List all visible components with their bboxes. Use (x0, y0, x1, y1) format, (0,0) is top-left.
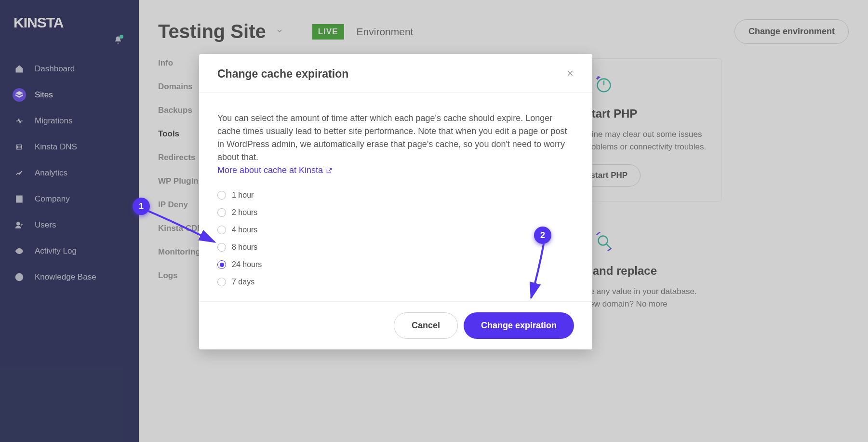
site-switcher-toggle[interactable] (276, 27, 283, 37)
radio-icon (217, 260, 226, 269)
modal-close-button[interactable] (566, 68, 574, 80)
sidebar-item-analytics[interactable]: Analytics (0, 160, 139, 186)
annotation-arrow-2 (524, 241, 553, 304)
users-icon (15, 221, 24, 229)
eye-icon (15, 247, 24, 255)
radio-option-8-hours[interactable]: 8 hours (217, 241, 574, 253)
radio-icon (217, 191, 226, 200)
dns-icon (15, 143, 24, 151)
sidebar-item-knowledge-base[interactable]: Knowledge Base (0, 264, 139, 290)
modal-link-label: More about cache at Kinsta (217, 164, 323, 177)
sidebar-item-activity-log[interactable]: Activity Log (0, 238, 139, 264)
annotation-arrow-1 (145, 207, 222, 251)
sidebar-item-label: Migrations (35, 116, 72, 126)
sidebar-item-label: Kinsta DNS (35, 142, 77, 152)
sidebar-item-label: Analytics (35, 168, 67, 178)
cache-expiration-options: 1 hour 2 hours 4 hours 8 hours 24 hours … (217, 189, 574, 288)
notification-dot-icon (120, 35, 123, 39)
building-icon (15, 195, 24, 203)
sidebar-item-sites[interactable]: Sites (0, 82, 139, 108)
radio-option-1-hour[interactable]: 1 hour (217, 189, 574, 201)
radio-option-24-hours[interactable]: 24 hours (217, 259, 574, 270)
sidebar-item-dashboard[interactable]: Dashboard (0, 56, 139, 82)
env-label: Environment (357, 26, 414, 38)
sidebar-item-company[interactable]: Company (0, 186, 139, 212)
migration-icon (15, 117, 24, 125)
sidebar-item-label: Company (35, 194, 70, 204)
sidebar-item-label: Users (35, 220, 56, 230)
sidebar-item-dns[interactable]: Kinsta DNS (0, 134, 139, 160)
svg-point-1 (17, 222, 20, 225)
radio-option-4-hours[interactable]: 4 hours (217, 224, 574, 236)
layers-icon (15, 91, 24, 99)
radio-label: 24 hours (232, 259, 262, 270)
modal-title: Change cache expiration (217, 67, 348, 80)
chevron-down-icon (276, 27, 283, 35)
sidebar-item-users[interactable]: Users (0, 212, 139, 238)
svg-rect-0 (16, 196, 22, 202)
annotation-callout-2: 2 (534, 227, 551, 244)
modal-description: You can select the amount of time after … (217, 113, 567, 162)
analytics-icon (15, 169, 24, 177)
notifications-button[interactable] (0, 36, 139, 56)
help-icon (15, 273, 24, 281)
change-environment-button[interactable]: Change environment (734, 19, 849, 44)
brand-logo: KINSTA (0, 10, 139, 36)
radio-label: 2 hours (232, 207, 257, 218)
page-header: Testing Site LIVE Environment Change env… (158, 19, 849, 44)
sidebar-item-label: Knowledge Base (35, 272, 96, 282)
radio-option-7-days[interactable]: 7 days (217, 276, 574, 288)
change-expiration-button[interactable]: Change expiration (464, 312, 574, 339)
sidebar-item-label: Sites (35, 90, 53, 100)
live-badge: LIVE (312, 24, 344, 40)
radio-label: 1 hour (232, 189, 254, 201)
radio-icon (217, 278, 226, 286)
sidebar-item-label: Dashboard (35, 64, 75, 74)
radio-option-2-hours[interactable]: 2 hours (217, 207, 574, 218)
modal-learn-more-link[interactable]: More about cache at Kinsta (217, 164, 333, 177)
external-link-icon (326, 167, 333, 174)
sidebar-item-migrations[interactable]: Migrations (0, 108, 139, 134)
radio-label: 4 hours (232, 224, 257, 236)
annotation-callout-1: 1 (133, 198, 150, 215)
svg-point-5 (599, 236, 608, 245)
change-cache-expiration-modal: Change cache expiration You can select t… (199, 54, 592, 349)
home-icon (15, 65, 24, 73)
radio-label: 7 days (232, 276, 254, 288)
sidebar: KINSTA Dashboard Sites Migrations Kinsta… (0, 0, 139, 442)
close-icon (566, 69, 574, 77)
sidebar-item-label: Activity Log (35, 246, 77, 256)
site-title: Testing Site (158, 21, 266, 42)
radio-label: 8 hours (232, 241, 257, 253)
cancel-button[interactable]: Cancel (394, 312, 458, 339)
svg-point-2 (18, 250, 21, 253)
